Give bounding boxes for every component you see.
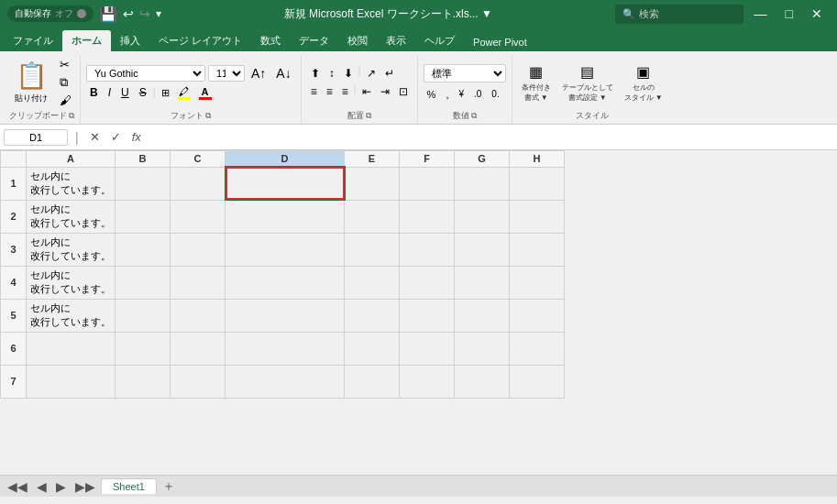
text-angle-button[interactable]: ↗ [363,65,380,82]
font-name-select[interactable]: Yu Gothic [86,65,205,82]
decrease-decimal-button[interactable]: 0. [488,87,502,101]
alignment-expand-icon[interactable]: ⧉ [366,111,371,121]
cell-F4[interactable] [400,266,455,299]
cut-button[interactable]: ✂ [57,57,74,72]
formula-input[interactable] [149,132,833,143]
underline-button[interactable]: U [117,84,133,101]
cell-C5[interactable] [171,299,226,332]
cell-A2[interactable]: セル内に 改行しています。 [27,200,116,233]
align-right-button[interactable]: ≡ [338,83,352,100]
decrease-indent-button[interactable]: ⇤ [358,83,375,100]
col-header-H[interactable]: H [510,151,565,168]
font-shrink-button[interactable]: A↓ [272,64,294,82]
cell-G7[interactable] [455,365,510,398]
cell-A1[interactable]: セル内に 改行しています。 [27,167,116,200]
copy-button[interactable]: ⧉ [57,74,74,91]
cell-D1[interactable] [226,167,345,200]
cell-D6[interactable] [226,332,345,365]
row-header-6[interactable]: 6 [1,332,27,365]
comma-button[interactable]: , [442,87,452,102]
tab-data[interactable]: データ [290,30,338,51]
cell-G2[interactable] [455,200,510,233]
tab-power-pivot[interactable]: Power Pivot [464,33,536,51]
close-btn[interactable]: ✕ [804,6,830,21]
tab-review[interactable]: 校閲 [338,30,377,51]
redo-icon[interactable]: ↪ [139,6,150,21]
col-header-B[interactable]: B [116,151,171,168]
conditional-format-button[interactable]: ▦ 条件付き書式 ▼ [518,61,555,104]
cell-styles-button[interactable]: ▣ セルのスタイル ▼ [621,61,666,104]
tab-file[interactable]: ファイル [4,30,62,51]
sheet-nav-last[interactable]: ▶▶ [72,479,99,494]
tab-page-layout[interactable]: ページ レイアウト [149,30,251,51]
cell-F3[interactable] [400,233,455,266]
cell-A5[interactable]: セル内に 改行しています。 [27,299,116,332]
number-format-select[interactable]: 標準 [424,64,506,82]
cell-D7[interactable] [226,365,345,398]
fill-color-button[interactable]: 🖍 [175,85,193,101]
cell-reference-box[interactable]: D1 [4,129,68,146]
cell-E7[interactable] [345,365,400,398]
cell-D4[interactable] [226,266,345,299]
cell-E4[interactable] [345,266,400,299]
cell-E2[interactable] [345,200,400,233]
sheet-tab-1[interactable]: Sheet1 [101,478,157,494]
align-center-button[interactable]: ≡ [323,83,336,100]
sheet-nav-prev[interactable]: ◀ [33,479,50,494]
cell-H3[interactable] [510,233,565,266]
spreadsheet[interactable]: A B C D E F G H 1セル内に 改行しています。2セル内に 改行して… [0,150,837,475]
col-header-C[interactable]: C [171,151,226,168]
formula-function-button[interactable]: fx [128,128,145,146]
increase-decimal-button[interactable]: .0 [470,87,485,101]
cell-A4[interactable]: セル内に 改行しています。 [27,266,116,299]
col-header-E[interactable]: E [345,151,400,168]
font-size-select[interactable]: 11 [208,65,245,82]
cell-E3[interactable] [345,233,400,266]
cell-B5[interactable] [116,299,171,332]
cell-F7[interactable] [400,365,455,398]
format-painter-button[interactable]: 🖌 [57,93,74,108]
tab-formula[interactable]: 数式 [251,30,290,51]
cell-A3[interactable]: セル内に 改行しています。 [27,233,116,266]
cell-G6[interactable] [455,332,510,365]
cell-C2[interactable] [171,200,226,233]
cell-F2[interactable] [400,200,455,233]
search-box[interactable]: 🔍 検索 [615,5,743,24]
undo-icon[interactable]: ↩ [123,6,134,21]
align-top-button[interactable]: ⬆ [307,65,324,82]
strikethrough-button[interactable]: S [136,84,150,101]
row-header-2[interactable]: 2 [1,200,27,233]
row-header-7[interactable]: 7 [1,365,27,398]
cell-D3[interactable] [226,233,345,266]
wrap-text-button[interactable]: ↵ [381,65,398,82]
cell-F6[interactable] [400,332,455,365]
cell-F5[interactable] [400,299,455,332]
sheet-nav-first[interactable]: ◀◀ [4,479,31,494]
font-grow-button[interactable]: A↑ [248,64,270,82]
align-bottom-button[interactable]: ⬇ [340,65,357,82]
minimize-btn[interactable]: — [747,6,775,21]
cell-G4[interactable] [455,266,510,299]
autosave-toggle[interactable]: 自動保存 オフ [7,5,94,22]
cell-F1[interactable] [400,167,455,200]
tab-insert[interactable]: 挿入 [111,30,149,51]
bold-button[interactable]: B [86,84,102,101]
border-button[interactable]: ⊞ [159,86,172,100]
increase-indent-button[interactable]: ⇥ [377,83,393,100]
autosave-knob[interactable] [77,9,86,18]
col-header-G[interactable]: G [455,151,510,168]
number-expand-icon[interactable]: ⧉ [471,111,477,121]
cell-B1[interactable] [116,167,171,200]
cell-B7[interactable] [116,365,171,398]
col-header-D[interactable]: D [226,151,345,168]
cell-H1[interactable] [510,167,565,200]
cell-E5[interactable] [345,299,400,332]
formula-cancel-button[interactable]: ✕ [86,128,104,146]
cell-H6[interactable] [510,332,565,365]
cell-H4[interactable] [510,266,565,299]
paste-button[interactable]: 📋 貼り付け [9,57,53,108]
italic-button[interactable]: I [105,84,115,101]
format-as-table-button[interactable]: ▤ テーブルとして書式設定 ▼ [558,61,617,104]
cell-A7[interactable] [27,365,116,398]
cell-D2[interactable] [226,200,345,233]
